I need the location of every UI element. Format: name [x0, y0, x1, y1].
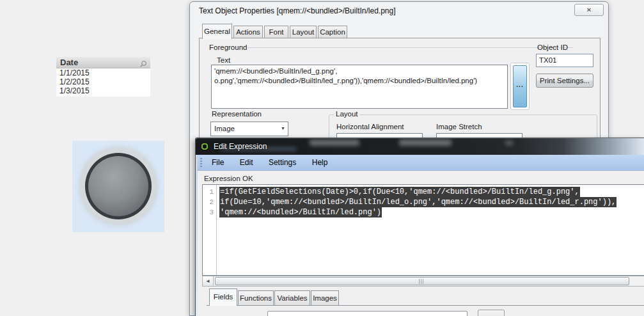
led-text-object[interactable] [72, 141, 164, 232]
titlebar-glass-reflection [505, 141, 513, 145]
representation-value: Image [214, 125, 235, 132]
list-item[interactable]: 1/1/2015 [56, 68, 150, 77]
qlikview-app-icon [200, 142, 209, 151]
code-line-selected: if(Due=10,'qmem://<bundled>/BuiltIn/led_… [219, 197, 617, 207]
tab-strip-baseline [207, 305, 644, 306]
led-image [80, 148, 157, 225]
menu-settings[interactable]: Settings [262, 155, 302, 171]
horizontal-alignment-label: Horizontal Alignment [336, 123, 404, 130]
dialog-title: Text Object Properties [qmem://<bundled>… [199, 6, 396, 15]
paste-button[interactable] [478, 310, 505, 316]
tab-functions[interactable]: Functions [238, 290, 274, 306]
menu-bar: File Edit Settings Help [198, 155, 644, 171]
tab-variables[interactable]: Variables [274, 290, 310, 306]
scrollbar-thumb[interactable] [215, 277, 629, 285]
image-stretch-label: Image Stretch [436, 123, 482, 130]
horizontal-scrollbar[interactable]: ◄ [202, 276, 644, 287]
window-frame-edge [196, 155, 198, 316]
chevron-down-icon: ▼ [281, 126, 285, 130]
representation-select[interactable]: Image ▼ [210, 122, 288, 136]
foreground-group-line [247, 47, 573, 48]
desktop: { "date_listbox": { "header": "Date", "r… [0, 0, 644, 316]
code-line-selected: 'qmem://<bundled>/BuiltIn/led.png') [219, 207, 382, 217]
representation-label: Representation [212, 110, 262, 118]
menu-file[interactable]: File [205, 155, 230, 171]
scrollbar-grip-icon [419, 279, 425, 284]
listbox-rows: 1/1/2015 1/2/2015 1/3/2015 [56, 68, 150, 97]
tab-actions[interactable]: Actions [233, 26, 263, 38]
titlebar-glass-reflection [310, 139, 359, 146]
textarea-line: 'qmem://<bundled>/BuiltIn/led_g.png', [214, 67, 505, 76]
layout-group-label: Layout [334, 110, 360, 118]
expression-code-editor[interactable]: 1 2 3 =if(GetFieldSelections(Date)>0,if(… [202, 184, 644, 276]
menu-help[interactable]: Help [306, 155, 334, 171]
foreground-group-label: Foreground [209, 43, 247, 51]
open-expression-editor-button[interactable]: ... [513, 65, 527, 107]
fields-filter-input[interactable] [267, 311, 467, 316]
close-button[interactable]: ✕ [574, 4, 604, 16]
listbox-title: Date [60, 58, 78, 67]
line-number: 3 [203, 207, 216, 217]
list-item[interactable]: 1/2/2015 [56, 77, 150, 86]
print-settings-button[interactable]: Print Settings... [536, 74, 593, 88]
date-listbox: Date 1/1/2015 1/2/2015 1/3/2015 [56, 57, 150, 97]
line-number: 1 [203, 185, 216, 197]
scroll-left-arrow-icon[interactable]: ◄ [203, 276, 214, 286]
tab-font[interactable]: Font [264, 26, 288, 38]
line-number-gutter: 1 2 3 [203, 185, 217, 275]
listbox-header[interactable]: Date [56, 57, 150, 68]
tab-fields[interactable]: Fields [209, 288, 237, 306]
edit-expression-titlebar[interactable]: Edit Expression [196, 138, 644, 155]
led-sphere [88, 156, 148, 216]
edit-expression-title: Edit Expression [214, 142, 267, 151]
edit-expression-dialog: Edit Expression File Edit Settings Help … [195, 138, 644, 316]
object-id-label: Object ID [537, 43, 568, 51]
text-expression-textarea[interactable]: 'qmem://<bundled>/BuiltIn/led_g.png', o.… [211, 65, 508, 109]
object-id-input[interactable]: TX01 [536, 54, 593, 67]
close-icon: ✕ [586, 6, 592, 13]
tab-layout[interactable]: Layout [290, 26, 317, 38]
menu-edit[interactable]: Edit [233, 155, 260, 171]
list-item[interactable]: 1/3/2015 [56, 86, 150, 95]
tab-caption[interactable]: Caption [318, 26, 347, 38]
textarea-line: o.png','qmem://<bundled>/BuiltIn/led_r.p… [214, 76, 505, 86]
tab-general[interactable]: General [202, 24, 232, 39]
titlebar-glass-reflection [399, 139, 452, 146]
code-line-selected: =if(GetFieldSelections(Date)>0,if(Due<10… [219, 187, 580, 197]
led-dark-ring [85, 153, 152, 219]
tab-images[interactable]: Images [311, 290, 339, 306]
expression-button-well: ... [510, 63, 530, 110]
code-text: =if(GetFieldSelections(Date)>0,if(Due<10… [219, 187, 617, 217]
line-number: 2 [203, 197, 216, 207]
expression-status-text: Expression OK [204, 175, 253, 182]
menu-drag-handle-icon[interactable] [200, 158, 202, 168]
text-field-label: Text [217, 56, 230, 64]
